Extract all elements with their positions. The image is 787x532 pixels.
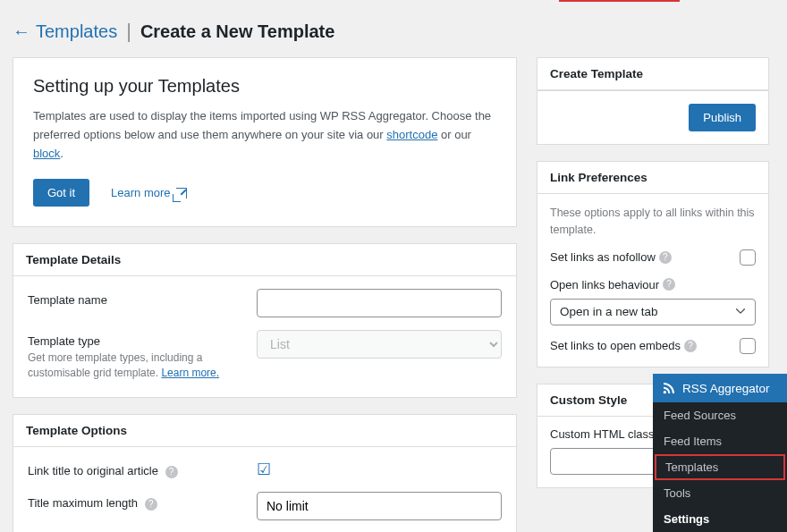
intro-heading: Setting up your Templates <box>33 76 496 97</box>
custom-class-label: Custom HTML class <box>550 427 655 441</box>
template-options-panel: Template Options Link title to original … <box>13 414 517 532</box>
title-max-label: Title maximum length <box>28 496 138 510</box>
template-name-input[interactable] <box>257 289 502 317</box>
back-arrow-icon[interactable]: ← <box>13 22 30 40</box>
template-name-label: Template name <box>28 293 107 307</box>
rss-icon <box>662 381 676 395</box>
create-template-panel: Create Template Publish <box>537 57 769 145</box>
embeds-checkbox[interactable] <box>740 338 756 354</box>
intro-text-suffix: . <box>60 147 63 160</box>
embeds-label: Set links to open embeds <box>550 339 681 352</box>
menu-item-feed-items[interactable]: Feed Items <box>653 428 787 454</box>
help-icon[interactable]: ? <box>659 251 672 264</box>
menu-item-settings[interactable]: Settings <box>653 506 787 532</box>
external-link-icon <box>176 188 187 198</box>
nofollow-checkbox[interactable] <box>740 249 756 266</box>
link-prefs-note: These options apply to all links within … <box>550 205 756 239</box>
behavior-label: Open links behaviour <box>550 278 659 291</box>
learn-more-link[interactable]: Learn more <box>111 186 186 199</box>
page-title: Create a New Template <box>140 21 335 42</box>
link-title-checkbox[interactable]: ☑ <box>257 460 271 479</box>
shortcode-link[interactable]: shortcode <box>386 128 437 141</box>
help-icon[interactable]: ? <box>165 466 178 478</box>
help-icon[interactable]: ? <box>663 278 675 291</box>
template-details-heading: Template Details <box>13 244 516 276</box>
learn-more-label: Learn more <box>111 186 170 199</box>
intro-panel: Setting up your Templates Templates are … <box>13 57 517 227</box>
template-type-select[interactable]: List <box>257 330 502 359</box>
template-type-label: Template type <box>28 334 100 348</box>
link-title-label: Link title to original article <box>28 464 158 477</box>
block-link[interactable]: block <box>33 147 60 160</box>
breadcrumb-link[interactable]: Templates <box>36 21 117 42</box>
publish-button[interactable]: Publish <box>689 104 756 131</box>
admin-flyout-menu: RSS Aggregator Feed Sources Feed Items T… <box>653 374 787 532</box>
got-it-button[interactable]: Got it <box>33 179 89 207</box>
intro-text: Templates are used to display the items … <box>33 107 496 163</box>
admin-menu-title: RSS Aggregator <box>682 382 770 395</box>
help-icon[interactable]: ? <box>684 340 697 352</box>
menu-item-feed-sources[interactable]: Feed Sources <box>653 402 787 428</box>
menu-item-tools[interactable]: Tools <box>653 480 787 506</box>
page-header: ← Templates | Create a New Template <box>13 9 769 57</box>
template-details-panel: Template Details Template name Template … <box>13 243 517 398</box>
help-icon[interactable]: ? <box>145 498 157 511</box>
template-type-learn-more-link[interactable]: Learn more. <box>161 367 219 379</box>
link-preferences-panel: Link Preferences These options apply to … <box>537 161 769 367</box>
template-type-hint: Get more template types, including a cus… <box>28 350 257 381</box>
svg-point-0 <box>664 391 666 393</box>
intro-text-mid: or our <box>437 128 471 141</box>
breadcrumb-divider: | <box>126 20 131 43</box>
template-options-heading: Template Options <box>13 415 516 447</box>
admin-menu-header[interactable]: RSS Aggregator <box>653 374 787 402</box>
create-template-heading: Create Template <box>537 58 768 90</box>
nofollow-label: Set links as nofollow <box>550 250 656 264</box>
link-preferences-heading: Link Preferences <box>537 162 768 194</box>
menu-item-templates[interactable]: Templates <box>655 454 785 480</box>
title-max-input[interactable] <box>257 492 502 520</box>
open-links-select[interactable]: Open in a new tab <box>550 299 756 325</box>
open-links-value: Open in a new tab <box>560 305 658 318</box>
